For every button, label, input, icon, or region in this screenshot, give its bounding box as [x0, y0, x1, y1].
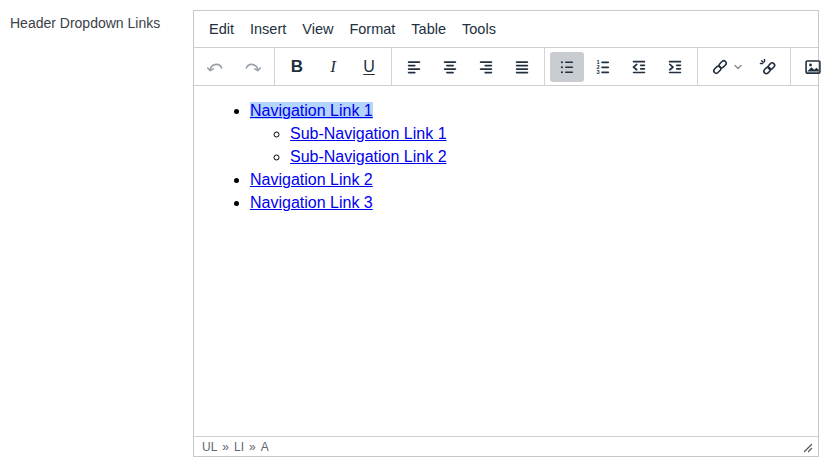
- element-path: UL » LI » A: [202, 440, 269, 454]
- content-link[interactable]: Navigation Link 2: [250, 171, 373, 188]
- menu-view[interactable]: View: [295, 16, 340, 42]
- sub-bullet-list: Sub-Navigation Link 1 Sub-Navigation Lin…: [250, 122, 802, 168]
- content-link[interactable]: Sub-Navigation Link 2: [290, 148, 447, 165]
- menu-tools[interactable]: Tools: [455, 16, 503, 42]
- toolbar-group-media: [791, 48, 830, 85]
- numbered-list-icon: 1 2 3: [593, 57, 613, 77]
- undo-button[interactable]: [199, 52, 233, 82]
- menu-insert[interactable]: Insert: [243, 16, 293, 42]
- underline-icon: U: [363, 58, 375, 76]
- menu-table[interactable]: Table: [404, 16, 453, 42]
- link-button[interactable]: [703, 52, 749, 82]
- italic-button[interactable]: I: [316, 52, 350, 82]
- align-center-icon: [440, 57, 460, 77]
- indent-icon: [665, 57, 685, 77]
- resize-handle[interactable]: [801, 441, 813, 453]
- undo-icon: [206, 57, 226, 77]
- align-left-icon: [404, 57, 424, 77]
- align-right-icon: [476, 57, 496, 77]
- list-item: Sub-Navigation Link 2: [290, 145, 802, 168]
- editor-statusbar: UL » LI » A: [194, 436, 818, 456]
- redo-icon: [242, 57, 262, 77]
- image-icon: [803, 57, 823, 77]
- toolbar-group-align: [392, 48, 545, 85]
- elementpath-ul[interactable]: UL: [202, 440, 217, 454]
- link-icon: [710, 57, 730, 77]
- align-center-button[interactable]: [433, 52, 467, 82]
- content-link[interactable]: Navigation Link 3: [250, 194, 373, 211]
- justify-button[interactable]: [505, 52, 539, 82]
- editor-toolbar: B I U: [194, 48, 818, 86]
- editor-content[interactable]: Navigation Link 1 Sub-Navigation Link 1 …: [194, 86, 818, 436]
- bullet-list: Navigation Link 1 Sub-Navigation Link 1 …: [210, 99, 802, 214]
- bold-icon: B: [291, 57, 303, 77]
- elementpath-separator: »: [249, 440, 256, 454]
- list-item: Navigation Link 3: [250, 191, 802, 214]
- outdent-button[interactable]: [622, 52, 656, 82]
- svg-text:3: 3: [597, 69, 600, 75]
- unlink-icon: [758, 57, 778, 77]
- italic-icon: I: [330, 57, 336, 77]
- numbered-list-button[interactable]: 1 2 3: [586, 52, 620, 82]
- outdent-icon: [629, 57, 649, 77]
- menu-edit[interactable]: Edit: [202, 16, 241, 42]
- align-left-button[interactable]: [397, 52, 431, 82]
- list-item: Sub-Navigation Link 1: [290, 122, 802, 145]
- toolbar-group-history: [194, 48, 275, 85]
- bullet-list-icon: [557, 57, 577, 77]
- elementpath-separator: »: [222, 440, 229, 454]
- menu-format[interactable]: Format: [342, 16, 402, 42]
- list-item: Navigation Link 1 Sub-Navigation Link 1 …: [250, 99, 802, 168]
- toolbar-group-text-format: B I U: [275, 48, 392, 85]
- elementpath-a[interactable]: A: [261, 440, 269, 454]
- unlink-button[interactable]: [751, 52, 785, 82]
- content-link-selected[interactable]: Navigation Link 1: [250, 102, 373, 119]
- redo-button[interactable]: [235, 52, 269, 82]
- bold-button[interactable]: B: [280, 52, 314, 82]
- toolbar-group-lists: 1 2 3: [545, 48, 698, 85]
- align-right-button[interactable]: [469, 52, 503, 82]
- indent-button[interactable]: [658, 52, 692, 82]
- image-button[interactable]: [796, 52, 830, 82]
- bullet-list-button[interactable]: [550, 52, 584, 82]
- page: Header Dropdown Links Edit Insert View F…: [0, 0, 830, 474]
- resize-handle-icon: [801, 441, 813, 453]
- justify-icon: [512, 57, 532, 77]
- editor-menubar: Edit Insert View Format Table Tools: [194, 11, 818, 48]
- list-item: Navigation Link 2: [250, 168, 802, 191]
- elementpath-li[interactable]: LI: [234, 440, 244, 454]
- field-label: Header Dropdown Links: [10, 15, 160, 31]
- underline-button[interactable]: U: [352, 52, 386, 82]
- toolbar-group-link: [698, 48, 791, 85]
- chevron-down-icon: [733, 62, 743, 72]
- wysiwyg-editor: Edit Insert View Format Table Tools: [193, 10, 819, 457]
- content-link[interactable]: Sub-Navigation Link 1: [290, 125, 447, 142]
